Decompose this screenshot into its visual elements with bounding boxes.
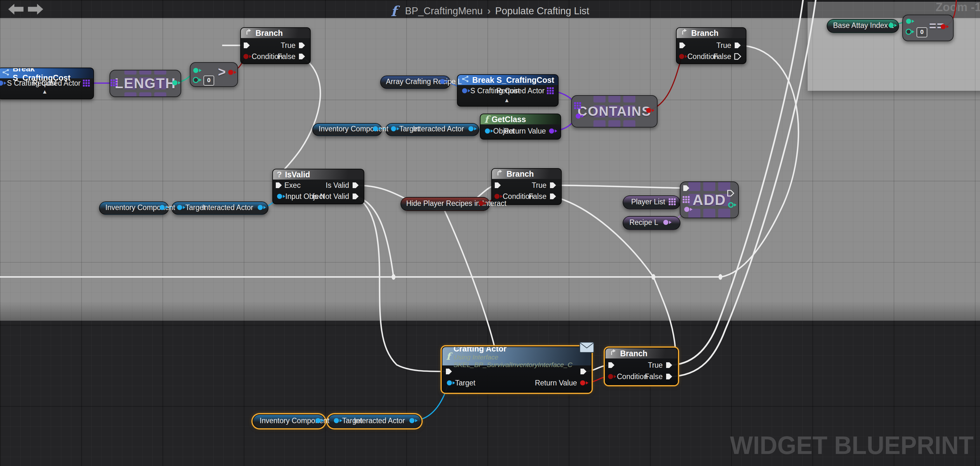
pin-add-node-4[interactable] xyxy=(728,202,737,210)
pin-contains-node-1[interactable] xyxy=(575,113,585,121)
pin-greater-node-0[interactable] xyxy=(192,67,202,75)
pin-branch-4-3[interactable] xyxy=(665,373,675,381)
pin-branch-3-1[interactable] xyxy=(494,193,503,201)
pin-branch-2-1[interactable] xyxy=(679,53,688,61)
node-header: Branch xyxy=(677,28,746,38)
pin-branch-3-2[interactable] xyxy=(549,181,558,190)
pin-branch-1-3[interactable] xyxy=(298,52,307,61)
node-contains-node[interactable]: CONTAINS xyxy=(571,95,657,127)
pin-branch-4-0[interactable] xyxy=(607,361,617,369)
branch-icon xyxy=(496,169,503,178)
pin-label: Hide Player Recipes in Interact xyxy=(406,199,506,208)
wire-1[interactable] xyxy=(721,45,799,277)
pin-getclass-node-1[interactable] xyxy=(548,127,558,136)
pin-branch-2-2[interactable] xyxy=(733,41,743,50)
envelope-icon xyxy=(579,341,594,355)
pin-crafting-actor-node-1[interactable] xyxy=(579,367,589,376)
pin-isvalid-node-3[interactable] xyxy=(351,192,361,201)
pin-recipe-l-pill-0[interactable] xyxy=(663,219,672,227)
pin-inventory-component-pill-3-0[interactable] xyxy=(315,417,325,425)
pin-contains-node-2[interactable] xyxy=(646,107,655,115)
node-title: Crafting Actor xyxy=(453,347,506,353)
pin-equals-node-2[interactable] xyxy=(940,23,950,32)
fn-icon: f xyxy=(484,114,488,125)
pin-branch-3-3[interactable] xyxy=(549,192,558,201)
pin-add-node-2[interactable] xyxy=(684,206,693,214)
pin-inventory-component-pill-2-0[interactable] xyxy=(372,125,382,134)
pin-break-crafting-cost-2-0[interactable] xyxy=(461,87,471,95)
pin-branch-4-2[interactable] xyxy=(665,361,675,369)
pin-crafting-actor-node-3[interactable] xyxy=(579,379,589,388)
blueprint-graph-canvas[interactable]: WIDGET BLUEPRINT Zoom -1 fBP_CraftingMen… xyxy=(0,0,980,466)
fn-icon: f xyxy=(446,351,450,362)
pin-greater-node-1[interactable] xyxy=(192,76,202,85)
pin-break-crafting-cost-2-1[interactable] xyxy=(546,87,556,95)
pin-branch-1-2[interactable] xyxy=(298,41,307,50)
pin-isvalid-node-2[interactable] xyxy=(351,181,361,190)
pin-branch-2-3[interactable] xyxy=(733,52,743,61)
pin-length-node-0[interactable] xyxy=(110,79,119,87)
branch-icon xyxy=(681,28,688,38)
node-header: fGetClass xyxy=(480,114,560,124)
node-length-node[interactable]: LENGTH xyxy=(110,70,181,97)
node-title: IsValid xyxy=(285,170,310,179)
wire-8[interactable] xyxy=(553,185,686,188)
pin-interacted-actor-pill-3-0[interactable] xyxy=(333,417,343,425)
pin-getclass-node-0[interactable] xyxy=(484,127,494,136)
pin-interacted-actor-pill-2-0[interactable] xyxy=(390,125,400,134)
default-value-input[interactable]: 0 xyxy=(204,75,214,86)
pin-add-node-1[interactable] xyxy=(682,196,692,204)
pin-crafting-actor-node-0[interactable] xyxy=(445,367,454,376)
pin-label: False xyxy=(278,52,296,61)
pin-branch-2-0[interactable] xyxy=(678,41,688,50)
pin-contains-node-0[interactable] xyxy=(573,102,583,110)
pin-branch-3-0[interactable] xyxy=(493,181,503,190)
pin-hide-player-recipes-pill-0[interactable] xyxy=(478,200,487,208)
pin-label: Interacted Actor xyxy=(413,124,464,133)
node-title: GetClass xyxy=(492,115,526,124)
node-title: Branch xyxy=(506,169,534,178)
default-value-input[interactable]: 0 xyxy=(916,27,928,37)
reroute-dot-0[interactable] xyxy=(391,274,395,280)
pin-label: Required Actor xyxy=(32,79,81,87)
pin-branch-4-1[interactable] xyxy=(608,373,617,381)
pin-add-node-0[interactable] xyxy=(682,184,692,192)
wire-5[interactable] xyxy=(355,196,393,277)
pin-label: Return Value xyxy=(504,127,546,135)
pin-label: True xyxy=(648,361,663,369)
pin-interacted-actor-pill-3-1[interactable] xyxy=(409,417,418,425)
reroute-dot-2[interactable] xyxy=(719,274,722,280)
pin-label: Array Crafting Recipe L xyxy=(386,77,462,86)
pin-player-list-pill-0[interactable] xyxy=(668,198,678,206)
wire-3[interactable] xyxy=(278,56,320,185)
pin-array-crafting-recipe-pill-0[interactable] xyxy=(439,78,449,86)
pin-label: False xyxy=(713,52,731,61)
pin-base-attay-index-pill-0[interactable] xyxy=(888,22,897,30)
pin-greater-node-2[interactable] xyxy=(228,69,237,77)
pin-crafting-actor-node-2[interactable] xyxy=(446,379,456,388)
pin-branch-1-0[interactable] xyxy=(242,41,252,50)
reroute-dot-1[interactable] xyxy=(652,274,655,280)
pin-equals-node-0[interactable] xyxy=(905,18,915,26)
pin-inventory-component-pill-1-0[interactable] xyxy=(159,204,169,212)
pin-break-crafting-cost-1-0[interactable] xyxy=(0,80,7,88)
pin-interacted-actor-pill-1-1[interactable] xyxy=(257,204,267,212)
pin-label: True xyxy=(281,41,296,50)
pin-label: Return Value xyxy=(535,379,577,387)
pin-isvalid-node-0[interactable] xyxy=(275,181,284,190)
collapse-arrow-icon[interactable]: ▲ xyxy=(42,89,48,95)
pin-add-node-3[interactable] xyxy=(726,189,736,198)
pin-interacted-actor-pill-2-1[interactable] xyxy=(468,125,477,134)
pin-interacted-actor-pill-1-0[interactable] xyxy=(177,204,186,212)
wire-7[interactable] xyxy=(444,210,495,347)
wire-10[interactable] xyxy=(654,277,675,348)
pin-branch-1-1[interactable] xyxy=(243,53,252,61)
wire-6[interactable] xyxy=(355,196,449,371)
pin-isvalid-node-1[interactable] xyxy=(277,193,286,201)
collapse-arrow-icon[interactable]: ▲ xyxy=(504,97,510,104)
pin-label: Interacted Actor xyxy=(354,416,405,425)
pin-equals-node-1[interactable] xyxy=(905,28,915,37)
node-header: Break S_CraftingCost xyxy=(0,68,93,78)
pin-length-node-1[interactable] xyxy=(172,79,181,87)
pin-break-crafting-cost-1-1[interactable] xyxy=(82,79,92,87)
